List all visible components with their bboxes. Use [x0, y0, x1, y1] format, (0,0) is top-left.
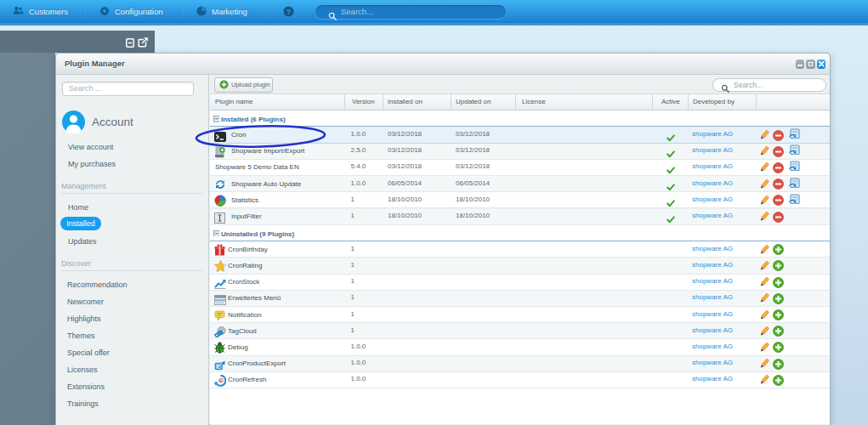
svg-text:?: ?	[286, 8, 291, 16]
